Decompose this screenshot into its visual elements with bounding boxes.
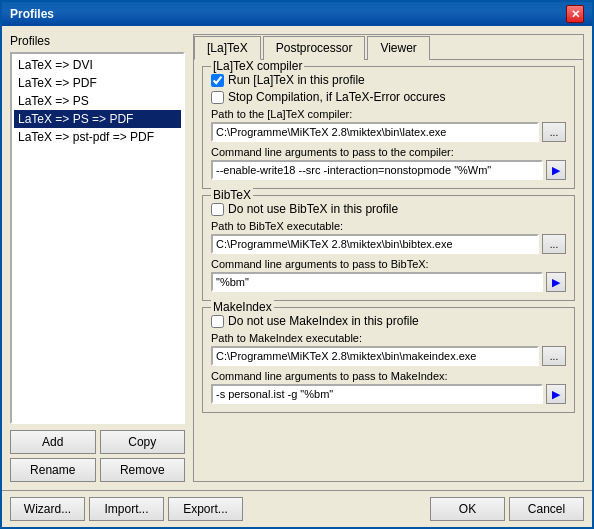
stop-compilation-checkbox[interactable]	[211, 91, 224, 104]
import-button[interactable]: Import...	[89, 497, 164, 521]
add-button[interactable]: Add	[10, 430, 96, 454]
makeindex-path-label: Path to MakeIndex executable:	[211, 332, 566, 344]
no-bibtex-label: Do not use BibTeX in this profile	[228, 202, 398, 216]
no-makeindex-row: Do not use MakeIndex in this profile	[211, 314, 566, 328]
bottom-buttons: Wizard... Import... Export... OK Cancel	[2, 490, 592, 527]
path-latex-label: Path to the [La]TeX compiler:	[211, 108, 566, 120]
no-bibtex-row: Do not use BibTeX in this profile	[211, 202, 566, 216]
makeindex-args-label: Command line arguments to pass to MakeIn…	[211, 370, 566, 382]
cmdargs-arrow[interactable]: ▶	[546, 160, 566, 180]
close-button[interactable]: ✕	[566, 5, 584, 23]
list-item[interactable]: LaTeX => PS	[14, 92, 181, 110]
cmdargs-label: Command line arguments to pass to the co…	[211, 146, 566, 158]
profiles-dialog: Profiles ✕ Profiles LaTeX => DVI LaTeX =…	[0, 0, 594, 529]
list-item[interactable]: LaTeX => DVI	[14, 56, 181, 74]
rename-button[interactable]: Rename	[10, 458, 96, 482]
bibtex-path-row: ...	[211, 234, 566, 254]
ok-button[interactable]: OK	[430, 497, 505, 521]
makeindex-section-title: MakeIndex	[211, 300, 274, 314]
bottom-left-buttons: Wizard... Import... Export...	[10, 497, 243, 521]
stop-compilation-row: Stop Compilation, if LaTeX-Error occures	[211, 90, 566, 104]
tab-content-latex: [La]TeX compiler Run [La]TeX in this pro…	[194, 60, 583, 481]
cmdargs-row: ▶	[211, 160, 566, 180]
left-panel-buttons: Add Copy Rename Remove	[10, 430, 185, 482]
stop-compilation-label: Stop Compilation, if LaTeX-Error occures	[228, 90, 445, 104]
remove-button[interactable]: Remove	[100, 458, 186, 482]
makeindex-path-input[interactable]	[211, 346, 539, 366]
bibtex-path-browse[interactable]: ...	[542, 234, 566, 254]
title-bar: Profiles ✕	[2, 2, 592, 26]
wizard-button[interactable]: Wizard...	[10, 497, 85, 521]
latex-compiler-section: [La]TeX compiler Run [La]TeX in this pro…	[202, 66, 575, 189]
latex-section-title: [La]TeX compiler	[211, 60, 304, 73]
right-panel: [La]TeX Postprocessor Viewer [La]TeX com…	[193, 34, 584, 482]
no-makeindex-checkbox[interactable]	[211, 315, 224, 328]
content-area: Profiles LaTeX => DVI LaTeX => PDF LaTeX…	[2, 26, 592, 490]
bibtex-args-row: ▶	[211, 272, 566, 292]
path-latex-row: ...	[211, 122, 566, 142]
run-latex-checkbox[interactable]	[211, 74, 224, 87]
run-latex-label: Run [La]TeX in this profile	[228, 73, 365, 87]
no-bibtex-checkbox[interactable]	[211, 203, 224, 216]
run-latex-row: Run [La]TeX in this profile	[211, 73, 566, 87]
makeindex-args-input[interactable]	[211, 384, 543, 404]
makeindex-args-row: ▶	[211, 384, 566, 404]
bibtex-path-input[interactable]	[211, 234, 539, 254]
list-item[interactable]: LaTeX => pst-pdf => PDF	[14, 128, 181, 146]
cmdargs-input[interactable]	[211, 160, 543, 180]
bibtex-args-arrow[interactable]: ▶	[546, 272, 566, 292]
path-latex-browse[interactable]: ...	[542, 122, 566, 142]
copy-button[interactable]: Copy	[100, 430, 186, 454]
no-makeindex-label: Do not use MakeIndex in this profile	[228, 314, 419, 328]
bibtex-section: BibTeX Do not use BibTeX in this profile…	[202, 195, 575, 301]
profiles-listbox[interactable]: LaTeX => DVI LaTeX => PDF LaTeX => PS La…	[10, 52, 185, 424]
bibtex-path-label: Path to BibTeX executable:	[211, 220, 566, 232]
bibtex-section-title: BibTeX	[211, 188, 253, 202]
tab-latex[interactable]: [La]TeX	[194, 36, 261, 60]
tab-bar: [La]TeX Postprocessor Viewer	[194, 35, 583, 60]
cancel-button[interactable]: Cancel	[509, 497, 584, 521]
bottom-right-buttons: OK Cancel	[430, 497, 584, 521]
bibtex-args-label: Command line arguments to pass to BibTeX…	[211, 258, 566, 270]
makeindex-section: MakeIndex Do not use MakeIndex in this p…	[202, 307, 575, 413]
makeindex-args-arrow[interactable]: ▶	[546, 384, 566, 404]
bibtex-args-input[interactable]	[211, 272, 543, 292]
profiles-label: Profiles	[10, 34, 185, 48]
makeindex-path-browse[interactable]: ...	[542, 346, 566, 366]
export-button[interactable]: Export...	[168, 497, 243, 521]
left-panel: Profiles LaTeX => DVI LaTeX => PDF LaTeX…	[10, 34, 185, 482]
tab-postprocessor[interactable]: Postprocessor	[263, 36, 366, 60]
tab-viewer[interactable]: Viewer	[367, 36, 429, 60]
path-latex-input[interactable]	[211, 122, 539, 142]
list-item[interactable]: LaTeX => PDF	[14, 74, 181, 92]
window-title: Profiles	[10, 7, 54, 21]
list-item-selected[interactable]: LaTeX => PS => PDF	[14, 110, 181, 128]
makeindex-path-row: ...	[211, 346, 566, 366]
